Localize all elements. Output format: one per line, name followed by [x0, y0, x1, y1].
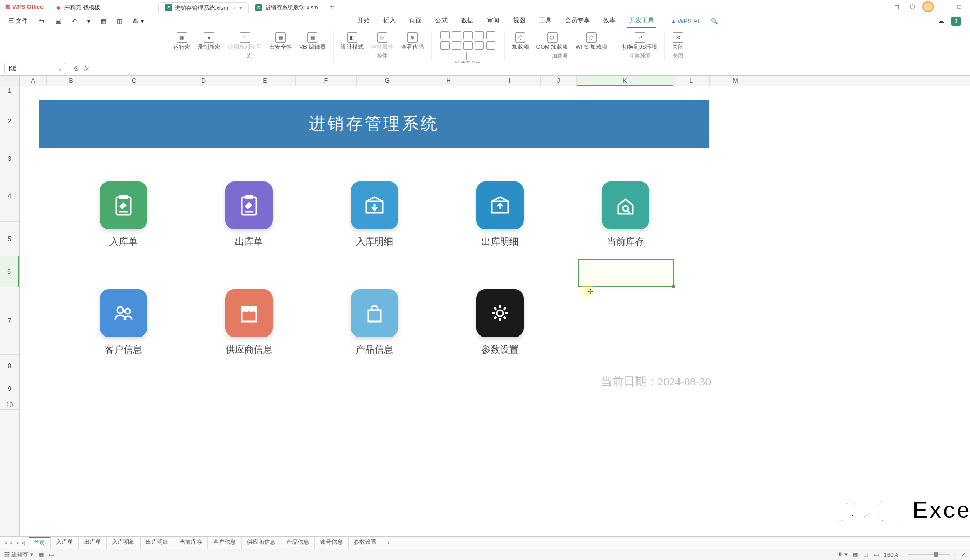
- col-header-K[interactable]: K: [577, 76, 673, 86]
- menu-view[interactable]: 视图: [511, 14, 528, 28]
- cloud-icon[interactable]: ☁: [935, 17, 947, 26]
- menu-formula[interactable]: 公式: [433, 14, 450, 28]
- nav-next-icon[interactable]: >: [16, 540, 19, 546]
- fill-handle[interactable]: [672, 285, 675, 288]
- row-header-8[interactable]: 8: [0, 355, 19, 377]
- tile-bag[interactable]: 产品信息: [351, 289, 398, 356]
- qa-save-icon[interactable]: 🗀: [35, 17, 48, 26]
- maximize-button[interactable]: □: [953, 1, 965, 12]
- row-header-9[interactable]: 9: [0, 377, 19, 400]
- ribbon-switch-js[interactable]: ⇄切换到JS环境: [620, 31, 660, 52]
- sheet-tab[interactable]: 客户信息: [208, 537, 242, 549]
- row-header-7[interactable]: 7: [0, 287, 19, 355]
- cube-icon[interactable]: ⬡: [907, 1, 918, 12]
- fx-icon[interactable]: fx: [84, 65, 89, 72]
- col-header-H[interactable]: H: [418, 76, 479, 86]
- nav-last-icon[interactable]: >|: [21, 540, 25, 546]
- ribbon-vb-editor[interactable]: ▦VB 编辑器: [297, 31, 328, 52]
- ctrl-1[interactable]: [440, 31, 450, 39]
- tile-box-down[interactable]: 入库明细: [351, 181, 398, 248]
- tab-tutorial-file[interactable]: S 进销存系统教学.xlsm: [249, 2, 325, 13]
- qa-print2-icon[interactable]: 🖶 ▾: [130, 17, 147, 26]
- col-header-L[interactable]: L: [673, 76, 710, 86]
- col-header-B[interactable]: B: [47, 76, 95, 86]
- ribbon-record-macro[interactable]: ●录制新宏: [196, 31, 223, 52]
- ribbon-addin[interactable]: ⬡加载项: [510, 31, 531, 52]
- tile-clipboard-edit[interactable]: 入库单: [100, 181, 147, 248]
- tile-clipboard-edit[interactable]: 出库单: [225, 181, 273, 248]
- sheet-tab[interactable]: 出库明细: [141, 537, 174, 549]
- view-break-icon[interactable]: ▭: [874, 551, 879, 558]
- tab-templates[interactable]: ◆ 来稻壳 找模板: [48, 2, 106, 13]
- sheet-tab[interactable]: 当前库存: [174, 537, 208, 549]
- col-header-D[interactable]: D: [173, 76, 234, 86]
- menu-insert[interactable]: 插入: [381, 14, 398, 28]
- qa-redo-icon[interactable]: ▾: [84, 17, 93, 26]
- qa-undo-icon[interactable]: ↶: [68, 17, 80, 26]
- sheet-tab[interactable]: 供应商信息: [242, 537, 281, 549]
- ribbon-run-macro[interactable]: ▦运行宏: [171, 31, 192, 52]
- ribbon-com-addin[interactable]: ⬡COM 加载项: [534, 31, 571, 52]
- ribbon-design-mode[interactable]: ◧设计模式: [339, 31, 366, 52]
- tab-indicator-icon[interactable]: ○ ▾: [234, 5, 242, 11]
- view-eye-icon[interactable]: 👁 ▾: [837, 551, 848, 558]
- tab-current-file[interactable]: S 进销存管理系统.xlsm ○ ▾: [158, 2, 248, 13]
- ribbon-wps-addin[interactable]: ⬡WPS 加载项: [573, 31, 609, 52]
- nav-first-icon[interactable]: |<: [3, 540, 8, 546]
- zoom-slider[interactable]: [908, 554, 950, 555]
- ribbon-view-code[interactable]: ⊕查看代码: [399, 31, 426, 52]
- sheet-tab[interactable]: 出库单: [79, 537, 107, 549]
- ribbon-close[interactable]: ✕关闭: [670, 31, 686, 52]
- share-icon[interactable]: ⤴: [951, 17, 961, 26]
- ctrl-11[interactable]: [458, 52, 467, 60]
- hamburger-menu[interactable]: 三 文件: [5, 16, 31, 26]
- menu-member[interactable]: 会员专享: [563, 14, 592, 28]
- ctrl-12[interactable]: [469, 52, 478, 60]
- ctrl-5[interactable]: [486, 31, 495, 39]
- ctrl-4[interactable]: [475, 31, 484, 39]
- avatar[interactable]: [922, 1, 934, 12]
- zoom-in-button[interactable]: +: [953, 552, 956, 558]
- menu-devtools[interactable]: 开发工具: [627, 14, 656, 28]
- grid[interactable]: 进销存管理系统 入库单出库单入库明细出库明细当前库存客户信息供应商信息产品信息参…: [20, 86, 970, 536]
- ctrl-7[interactable]: [452, 41, 461, 50]
- nav-prev-icon[interactable]: <: [10, 540, 13, 546]
- sheet-tab[interactable]: 入库单: [51, 537, 79, 549]
- selection-cell[interactable]: [578, 259, 674, 287]
- wps-ai-button[interactable]: ▲ WPS AI: [668, 17, 702, 26]
- sheet-tab[interactable]: 首页: [29, 537, 51, 549]
- col-header-C[interactable]: C: [95, 76, 173, 86]
- row-header-4[interactable]: 4: [0, 170, 19, 222]
- new-tab-button[interactable]: +: [324, 2, 339, 11]
- tile-box-up[interactable]: 出库明细: [476, 181, 524, 248]
- sheet-tab[interactable]: 参数设置: [349, 537, 382, 549]
- qa-preview-icon[interactable]: ▦: [98, 17, 109, 26]
- menu-efficiency[interactable]: 效率: [601, 14, 618, 28]
- sheet-tab[interactable]: 账号信息: [315, 537, 349, 549]
- cancel-icon[interactable]: ⊗: [74, 65, 79, 72]
- row-header-1[interactable]: 1: [0, 86, 19, 95]
- qa-pdf-icon[interactable]: ◫: [114, 17, 126, 26]
- view-page-icon[interactable]: ◫: [863, 551, 868, 558]
- col-header-I[interactable]: I: [479, 76, 541, 86]
- ctrl-8[interactable]: [463, 41, 473, 50]
- formula-input[interactable]: [94, 63, 967, 74]
- col-header-E[interactable]: E: [234, 76, 296, 86]
- ctrl-6[interactable]: [440, 41, 450, 50]
- select-all-corner[interactable]: [0, 76, 20, 86]
- row-header-2[interactable]: 2: [0, 95, 19, 147]
- minimize-button[interactable]: —: [938, 1, 949, 12]
- zoom-out-button[interactable]: −: [902, 552, 905, 558]
- view-normal-icon[interactable]: ▦: [853, 551, 858, 558]
- tile-gear[interactable]: 参数设置: [476, 289, 524, 356]
- ctrl-3[interactable]: [463, 31, 473, 39]
- add-sheet-button[interactable]: +: [382, 540, 394, 546]
- tile-house-search[interactable]: 当前库存: [602, 181, 649, 248]
- col-header-F[interactable]: F: [296, 76, 357, 86]
- row-header-6[interactable]: 6: [0, 256, 19, 287]
- menu-review[interactable]: 审阅: [485, 14, 502, 28]
- zoom-value[interactable]: 160%: [884, 552, 898, 558]
- menu-home[interactable]: 开始: [355, 14, 372, 28]
- sheet-tab[interactable]: 产品信息: [281, 537, 315, 549]
- ribbon-macro-security[interactable]: ▦宏安全性: [267, 31, 294, 52]
